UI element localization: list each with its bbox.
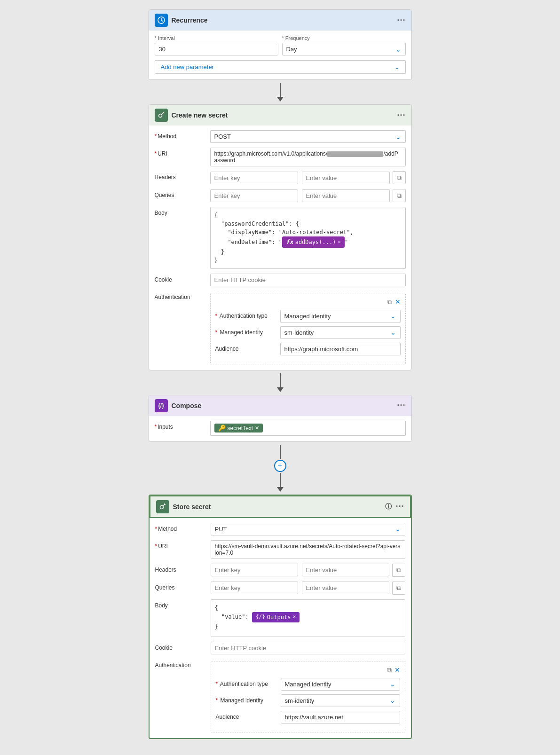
store-cookie-input[interactable] xyxy=(211,642,405,654)
compose-inputs-field[interactable]: 🔑 secretText ✕ xyxy=(210,421,406,436)
create-body-field: { "passwordCredential": { "displayName":… xyxy=(210,207,406,269)
frequency-select[interactable]: Day Hour Minute xyxy=(282,43,406,55)
store-managed-identity-select-wrapper: sm-identity xyxy=(281,694,400,707)
create-secret-header: Create new secret ··· xyxy=(149,105,411,126)
frequency-label: * Frequency xyxy=(282,35,406,41)
store-uri-field: https://sm-vault-demo.vault.azure.net/se… xyxy=(211,540,405,559)
store-auth-box-header: ⧉ ✕ xyxy=(216,666,400,674)
add-param-button[interactable]: Add new parameter ⌄ xyxy=(155,60,406,74)
interval-input[interactable] xyxy=(155,43,278,55)
create-secret-title: Create new secret xyxy=(172,111,228,119)
create-auth-copy-icon[interactable]: ⧉ xyxy=(387,298,392,306)
create-method-label: ** MethodMethod xyxy=(155,130,206,140)
body-line-2: "passwordCredential": { xyxy=(214,220,402,228)
create-cookie-input[interactable] xyxy=(210,274,406,286)
store-secret-info-icon[interactable]: ⓘ xyxy=(385,503,392,511)
store-uri-value[interactable]: https://sm-vault-demo.vault.azure.net/se… xyxy=(211,540,405,559)
store-auth-type-select[interactable]: Managed identity xyxy=(281,678,400,691)
create-secret-header-left: Create new secret xyxy=(155,109,228,122)
func-chip-close[interactable]: ✕ xyxy=(338,238,341,246)
connector-2 xyxy=(277,373,284,392)
store-secret-dots-menu[interactable]: ··· xyxy=(395,502,404,511)
uri-text-before: https://graph.microsoft.com/v1.0/applica… xyxy=(214,150,328,157)
outputs-chip[interactable]: {/}Outputs✕ xyxy=(252,612,300,622)
create-queries-row: Queries ⧉ xyxy=(155,189,406,202)
add-param-label: Add new parameter xyxy=(161,63,214,71)
connector-2-line xyxy=(280,373,281,387)
create-headers-inputs: ⧉ xyxy=(210,171,406,184)
create-secret-card: Create new secret ··· ** MethodMethod PO… xyxy=(149,104,412,370)
secret-chip[interactable]: 🔑 secretText ✕ xyxy=(214,424,263,433)
store-headers-value[interactable] xyxy=(302,564,389,576)
compose-card: {/} Compose ··· *Inputs 🔑 secretText ✕ xyxy=(149,395,412,442)
store-queries-key[interactable] xyxy=(211,582,298,594)
body-line-3: "displayName": "Auto-rotated-secret", xyxy=(214,228,402,236)
create-auth-box-header: ⧉ ✕ xyxy=(215,298,401,306)
create-method-select[interactable]: POST GET PUT xyxy=(210,130,406,143)
create-uri-value[interactable]: https://graph.microsoft.com/v1.0/applica… xyxy=(210,148,406,166)
body-line-4: "endDateTime": "fxaddDays(...)✕" xyxy=(214,236,402,248)
func-chip[interactable]: fxaddDays(...)✕ xyxy=(282,236,345,248)
create-auth-type-select[interactable]: Managed identity xyxy=(280,310,401,322)
store-auth-type-label: * Authentication type xyxy=(216,681,277,687)
create-managed-identity-row: * Managed identity sm-identity xyxy=(215,326,401,339)
connector-1-arrow xyxy=(277,97,284,102)
create-body-label: Body xyxy=(155,207,206,216)
store-secret-body: *Method PUT POST GET *URI xyxy=(150,523,411,738)
recurrence-header: Recurrence ··· xyxy=(149,10,411,31)
create-secret-dots-menu[interactable]: ··· xyxy=(397,110,405,120)
store-secret-header-right: ⓘ ··· xyxy=(385,502,404,511)
create-managed-identity-select-wrapper: sm-identity xyxy=(280,326,401,339)
store-auth-box: ⧉ ✕ * Authentication type Managed identi… xyxy=(211,661,405,732)
add-step-button[interactable]: + xyxy=(274,460,286,472)
create-managed-identity-select[interactable]: sm-identity xyxy=(280,326,401,339)
create-method-select-wrapper: POST GET PUT xyxy=(210,130,406,143)
create-auth-label: Authentication xyxy=(155,291,206,300)
create-auth-close-icon[interactable]: ✕ xyxy=(395,298,401,306)
create-headers-copy-btn[interactable]: ⧉ xyxy=(393,171,406,184)
store-body-line-1: { xyxy=(215,604,401,612)
svg-point-5 xyxy=(160,505,163,509)
recurrence-dots-menu[interactable]: ··· xyxy=(397,16,405,25)
compose-inputs-label: *Inputs xyxy=(155,421,206,430)
compose-inputs-row: *Inputs 🔑 secretText ✕ xyxy=(155,421,406,436)
create-queries-label: Queries xyxy=(155,189,206,198)
store-method-row: *Method PUT POST GET xyxy=(155,523,405,535)
store-uri-text: https://sm-vault-demo.vault.azure.net/se… xyxy=(215,543,401,556)
store-auth-close-icon[interactable]: ✕ xyxy=(394,666,400,674)
store-body-label: Body xyxy=(155,599,207,609)
create-body-content[interactable]: { "passwordCredential": { "displayName":… xyxy=(210,207,406,269)
create-queries-key[interactable] xyxy=(210,189,298,202)
create-headers-key[interactable] xyxy=(210,172,298,184)
store-headers-key[interactable] xyxy=(211,564,298,576)
store-body-content[interactable]: { "value": {/}Outputs✕ } xyxy=(211,599,405,637)
secret-chip-close[interactable]: ✕ xyxy=(255,425,259,431)
interval-label: * Interval xyxy=(155,35,278,41)
store-audience-label: Audience xyxy=(216,714,277,720)
store-headers-copy-btn[interactable]: ⧉ xyxy=(392,564,405,577)
create-headers-label: Headers xyxy=(155,171,206,181)
create-headers-value[interactable] xyxy=(302,172,390,184)
body-line-5: } xyxy=(214,248,402,256)
create-audience-input[interactable] xyxy=(280,343,401,355)
create-queries-copy-btn[interactable]: ⧉ xyxy=(393,189,406,202)
create-headers-field: ⧉ xyxy=(210,171,406,184)
store-cookie-field xyxy=(211,642,405,654)
store-audience-input[interactable] xyxy=(281,711,400,724)
store-queries-copy-btn[interactable]: ⧉ xyxy=(392,582,405,595)
store-managed-identity-select[interactable]: sm-identity xyxy=(281,694,400,707)
create-auth-type-label: * Authentication type xyxy=(215,313,276,319)
store-queries-row: Queries ⧉ xyxy=(155,582,405,595)
create-audience-row: Audience xyxy=(215,343,401,355)
create-queries-value[interactable] xyxy=(302,189,390,202)
store-auth-copy-icon[interactable]: ⧉ xyxy=(387,666,392,674)
compose-dots-menu[interactable]: ··· xyxy=(397,401,405,410)
recurrence-interval-row: * Interval * Frequency Day Hour Minute xyxy=(155,35,406,55)
store-queries-value[interactable] xyxy=(302,582,389,594)
store-managed-identity-row: * Managed identity sm-identity xyxy=(216,694,400,707)
create-auth-field: ⧉ ✕ * Authentication type Managed identi… xyxy=(210,291,406,364)
store-auth-field: ⧉ ✕ * Authentication type Managed identi… xyxy=(211,659,405,732)
outputs-chip-close[interactable]: ✕ xyxy=(292,613,296,621)
store-method-select[interactable]: PUT POST GET xyxy=(211,523,405,535)
outputs-chip-text: Outputs xyxy=(267,613,291,621)
